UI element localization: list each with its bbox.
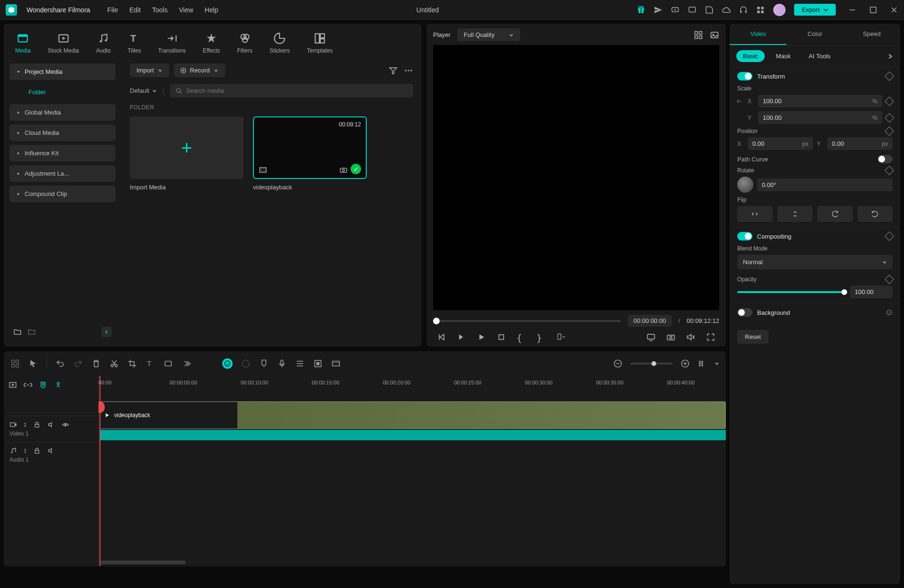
ai-face-icon[interactable] — [222, 358, 233, 369]
image-icon[interactable] — [710, 30, 719, 40]
media-tab-filters[interactable]: Filters — [230, 28, 259, 58]
media-clip-card[interactable]: 00:09:12 ✓ videoplayback — [253, 116, 367, 191]
collapse-sidebar-button[interactable] — [101, 327, 112, 337]
sidebar-item-folder[interactable]: Folder — [9, 84, 116, 100]
video-track-header[interactable]: 1 Video 1 — [4, 416, 98, 442]
record-button[interactable]: Record — [174, 63, 225, 77]
rotate-input[interactable] — [757, 178, 893, 191]
flip-horizontal-button[interactable] — [737, 206, 773, 222]
keyframe-icon[interactable] — [885, 126, 894, 136]
scrubber[interactable] — [433, 320, 621, 322]
grid-view-icon[interactable] — [694, 30, 703, 40]
sidebar-item-cloud-media[interactable]: Cloud Media — [9, 125, 116, 141]
sidebar-item-compound-clip[interactable]: Compound Clip — [9, 186, 116, 202]
rotate-ccw-button[interactable] — [858, 206, 893, 222]
render-icon[interactable] — [331, 359, 341, 368]
opacity-input[interactable] — [850, 285, 893, 298]
text-tool-icon[interactable]: T — [145, 359, 155, 368]
inspector-tab-speed[interactable]: Speed — [843, 24, 900, 45]
chevron-right-icon[interactable] — [887, 53, 894, 60]
audio-clip[interactable] — [99, 430, 726, 440]
menu-file[interactable]: File — [107, 6, 118, 14]
fullscreen-icon[interactable] — [706, 332, 715, 342]
keyframe-icon[interactable] — [885, 71, 894, 81]
stop-icon[interactable] — [497, 332, 506, 342]
sidebar-item-adjustment-layer[interactable]: Adjustment La... — [9, 165, 116, 182]
zoom-in-icon[interactable] — [680, 359, 690, 368]
keyframe-panel-icon[interactable] — [313, 359, 323, 368]
timeline-canvas[interactable]: 00:00 00:00:05:00 00:00:10:00 00:00:15:0… — [99, 376, 726, 566]
media-tab-stock[interactable]: Stock Media — [41, 28, 86, 58]
layout-icon[interactable] — [688, 6, 696, 14]
menu-edit[interactable]: Edit — [129, 6, 141, 14]
player-viewport[interactable] — [433, 45, 719, 310]
cloud-icon[interactable] — [722, 6, 731, 14]
auto-ripple-icon[interactable] — [54, 381, 63, 389]
quality-select[interactable]: Full Quality — [457, 28, 520, 41]
magnet-icon[interactable] — [39, 381, 47, 389]
quality-icon[interactable] — [686, 332, 696, 342]
keyframe-icon[interactable] — [885, 232, 894, 241]
link-scale-icon[interactable] — [737, 98, 744, 105]
more-tools-icon[interactable] — [181, 359, 191, 368]
scale-x-input[interactable]: % — [758, 95, 882, 107]
display-icon[interactable] — [646, 332, 656, 342]
timeline-view-icon[interactable] — [697, 359, 707, 368]
media-tab-audio[interactable]: Audio — [90, 28, 118, 58]
play-skip-icon[interactable] — [457, 332, 466, 342]
split-icon[interactable] — [109, 359, 119, 368]
inspector-tab-video[interactable]: Video — [730, 24, 786, 45]
sort-button[interactable]: Default — [130, 87, 157, 94]
menu-view[interactable]: View — [179, 6, 193, 14]
chevron-down-icon[interactable] — [714, 361, 719, 366]
minimize-icon[interactable] — [848, 6, 857, 14]
keyframe-icon[interactable] — [885, 275, 894, 284]
import-button[interactable]: Import — [130, 63, 169, 77]
compositing-toggle[interactable] — [737, 232, 752, 241]
mark-in-icon[interactable]: { — [516, 332, 526, 342]
flip-vertical-button[interactable] — [777, 206, 813, 222]
marker-icon[interactable] — [259, 359, 269, 368]
visibility-icon[interactable] — [62, 421, 69, 428]
send-icon[interactable] — [654, 6, 662, 14]
background-toggle[interactable] — [737, 308, 752, 317]
media-tab-transitions[interactable]: Transitions — [152, 28, 192, 58]
scrubber-thumb[interactable] — [433, 318, 440, 324]
media-tab-titles[interactable]: TTitles — [121, 28, 147, 58]
more-icon[interactable] — [404, 66, 413, 75]
search-box[interactable] — [170, 84, 413, 98]
search-input[interactable] — [186, 87, 407, 94]
scale-y-input[interactable]: % — [758, 111, 882, 124]
keyframe-icon[interactable] — [885, 97, 894, 106]
transform-toggle[interactable] — [737, 72, 752, 80]
gift-icon[interactable] — [637, 6, 645, 14]
menu-tools[interactable]: Tools — [152, 6, 168, 14]
inspector-tab-color[interactable]: Color — [786, 24, 843, 45]
menu-help[interactable]: Help — [205, 6, 218, 14]
sidebar-item-influence-kit[interactable]: Influence Kit — [9, 145, 116, 161]
export-button[interactable]: Export — [794, 4, 836, 16]
audio-mix-icon[interactable] — [295, 359, 305, 368]
mark-out-icon[interactable]: } — [536, 332, 546, 342]
audio-track-header[interactable]: 1 Audio 1 — [4, 442, 98, 468]
rotate-cw-button[interactable] — [817, 206, 853, 222]
snapshot-icon[interactable] — [666, 332, 676, 342]
zoom-slider[interactable] — [630, 363, 673, 365]
close-icon[interactable] — [890, 6, 898, 14]
add-track-icon[interactable] — [9, 381, 17, 389]
info-icon[interactable] — [886, 309, 893, 316]
import-media-card[interactable]: + Import Media — [130, 116, 244, 191]
opacity-slider[interactable] — [737, 291, 844, 293]
subtab-mask[interactable]: Mask — [769, 50, 797, 62]
zoom-out-icon[interactable] — [613, 359, 623, 368]
color-wheel-icon[interactable] — [241, 359, 251, 368]
avatar[interactable] — [773, 4, 786, 16]
video-clip[interactable]: videoplayback — [99, 401, 726, 429]
timeline-ruler[interactable]: 00:00 00:00:05:00 00:00:10:00 00:00:15:0… — [99, 376, 726, 401]
link-tracks-icon[interactable] — [24, 381, 32, 389]
prev-frame-icon[interactable] — [437, 332, 446, 342]
headphones-icon[interactable] — [739, 6, 748, 14]
speed-tool-icon[interactable] — [163, 359, 173, 368]
save-icon[interactable] — [705, 6, 714, 14]
blend-mode-select[interactable]: Normal — [737, 255, 893, 269]
